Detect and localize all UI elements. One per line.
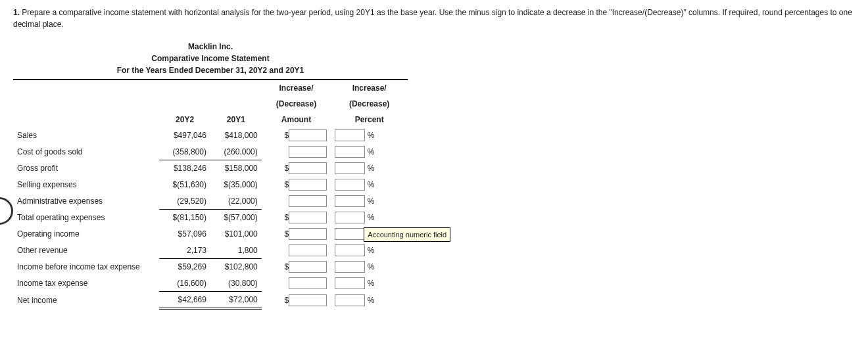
amount-input[interactable] [289, 261, 327, 273]
percent-sign: % [365, 147, 374, 156]
table-row: Total operating expenses$(81,150)$(57,00… [13, 210, 408, 226]
value-20y1: $101,000 [210, 226, 262, 243]
value-20y1: $102,800 [210, 259, 262, 275]
table-body: Sales$497,046$418,000$ %Cost of goods so… [13, 127, 408, 309]
question-number: 1. [13, 8, 20, 17]
help-bubble-icon[interactable] [0, 197, 13, 225]
percent-sign: % [365, 213, 374, 222]
amount-input[interactable] [289, 179, 327, 191]
percent-input[interactable] [335, 261, 365, 273]
percent-cell: % [331, 210, 408, 226]
value-20y1: $(57,000) [210, 210, 262, 226]
row-label: Income tax expense [13, 275, 159, 292]
value-20y2: (29,520) [159, 193, 210, 210]
percent-sign: % [365, 131, 374, 140]
period-title: For the Years Ended December 31, 20Y2 an… [13, 64, 408, 80]
value-20y1: (260,000) [210, 144, 262, 160]
table-row: Administrative expenses(29,520)(22,000) … [13, 193, 408, 210]
question-body: Prepare a comparative income statement w… [13, 8, 852, 29]
dollar-sign: $ [282, 162, 289, 174]
amount-cell: $ [262, 210, 331, 226]
row-label: Gross profit [13, 160, 159, 177]
percent-input[interactable] [335, 212, 365, 223]
dollar-sign: $ [282, 212, 289, 223]
value-20y2: $59,269 [159, 259, 210, 275]
row-label: Administrative expenses [13, 193, 159, 210]
dollar-sign: $ [282, 261, 289, 273]
percent-cell: % [331, 275, 408, 292]
table-row: Gross profit$138,246$158,000$ % [13, 160, 408, 177]
value-20y2: $57,096 [159, 226, 210, 243]
percent-sign: % [365, 279, 374, 288]
table-row: Other revenue2,1731,800 % [13, 243, 408, 259]
percent-input[interactable] [335, 162, 365, 174]
percent-sign: % [365, 197, 374, 206]
percent-cell: % [331, 127, 408, 144]
percent-input[interactable] [335, 244, 365, 256]
amount-input[interactable] [289, 294, 327, 306]
percent-input[interactable] [335, 179, 365, 191]
statement-table: Increase/ Increase/ (Decrease) (Decrease… [13, 80, 408, 310]
percent-sign: % [365, 246, 374, 255]
value-20y2: (358,800) [159, 144, 210, 160]
table-row: Income before income tax expense$59,269$… [13, 259, 408, 275]
row-label: Net income [13, 292, 159, 309]
amount-input[interactable] [289, 244, 327, 256]
row-label: Operating income [13, 226, 159, 243]
header-percent-3: Percent [331, 112, 408, 127]
amount-input[interactable] [289, 212, 327, 223]
header-y2: 20Y2 [159, 112, 210, 127]
row-label: Other revenue [13, 243, 159, 259]
amount-input[interactable] [289, 162, 327, 174]
field-tooltip: Accounting numeric field [364, 227, 450, 243]
amount-cell [262, 144, 331, 160]
dollar-sign: $ [282, 228, 289, 240]
amount-input[interactable] [289, 228, 327, 240]
value-20y1: 1,800 [210, 243, 262, 259]
dollar-sign: $ [282, 294, 289, 306]
percent-input[interactable] [335, 195, 365, 207]
amount-cell: $ [262, 127, 331, 144]
amount-cell [262, 243, 331, 259]
row-label: Cost of goods sold [13, 144, 159, 160]
percent-sign: % [365, 296, 374, 305]
amount-cell [262, 275, 331, 292]
table-head: Increase/ Increase/ (Decrease) (Decrease… [13, 80, 408, 127]
value-20y2: 2,173 [159, 243, 210, 259]
header-amount-2: (Decrease) [262, 96, 331, 112]
percent-input[interactable] [335, 277, 365, 289]
income-statement: Macklin Inc. Comparative Income Statemen… [13, 41, 408, 310]
percent-input[interactable] [335, 228, 365, 240]
percent-sign: % [365, 262, 374, 271]
value-20y1: (22,000) [210, 193, 262, 210]
statement-title: Comparative Income Statement [13, 53, 408, 64]
row-label: Total operating expenses [13, 210, 159, 226]
dollar-sign: $ [282, 129, 289, 141]
question-prompt: 1. Prepare a comparative income statemen… [13, 7, 855, 30]
percent-input[interactable] [335, 129, 365, 141]
value-20y2: $42,669 [159, 292, 210, 309]
table-row: Operating income$57,096$101,000$Accounti… [13, 226, 408, 243]
percent-input[interactable] [335, 146, 365, 158]
value-20y1: $418,000 [210, 127, 262, 144]
amount-cell: $ [262, 259, 331, 275]
amount-input[interactable] [289, 195, 327, 207]
amount-input[interactable] [289, 129, 327, 141]
table-row: Income tax expense(16,600)(30,800) % [13, 275, 408, 292]
amount-cell: $ [262, 160, 331, 177]
amount-cell: $ [262, 177, 331, 193]
value-20y2: $(81,150) [159, 210, 210, 226]
value-20y2: (16,600) [159, 275, 210, 292]
table-row: Selling expenses$(51,630)$(35,000)$ % [13, 177, 408, 193]
amount-input[interactable] [289, 146, 327, 158]
percent-cell: % [331, 144, 408, 160]
value-20y2: $497,046 [159, 127, 210, 144]
header-y1: 20Y1 [210, 112, 262, 127]
percent-cell: % [331, 292, 408, 309]
percent-cell: % [331, 160, 408, 177]
percent-sign: % [365, 180, 374, 189]
percent-cell: % [331, 259, 408, 275]
amount-input[interactable] [289, 277, 327, 289]
value-20y1: $(35,000) [210, 177, 262, 193]
percent-input[interactable] [335, 294, 365, 306]
